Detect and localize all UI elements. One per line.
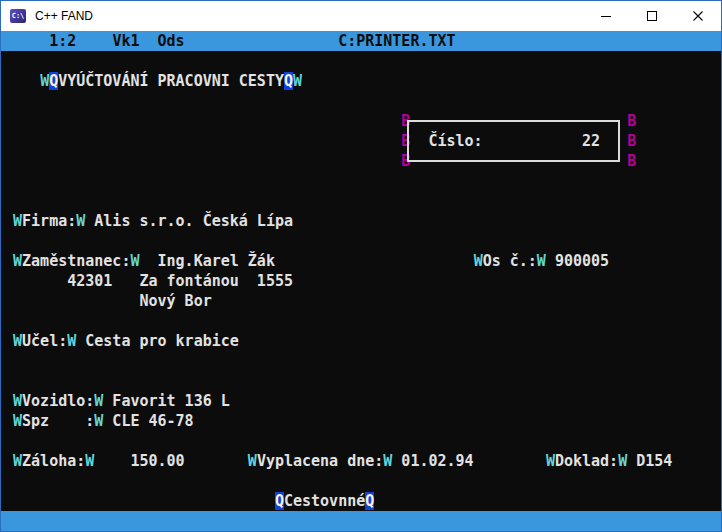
ctrl-char-w: W bbox=[13, 332, 22, 350]
text bbox=[185, 32, 339, 50]
ctrl-char-b: B bbox=[627, 112, 636, 130]
cislo-label: Číslo: bbox=[428, 132, 482, 150]
ctrl-char-w: W bbox=[537, 252, 546, 270]
ctrl-char-q: Q bbox=[49, 72, 58, 90]
ctrl-char-w: W bbox=[13, 252, 22, 270]
ctrl-char-b: B bbox=[627, 132, 636, 150]
caption-buttons bbox=[583, 1, 721, 31]
maximize-icon bbox=[647, 11, 657, 21]
text bbox=[4, 492, 275, 510]
maximize-button[interactable] bbox=[629, 1, 675, 31]
text bbox=[4, 72, 40, 90]
ctrl-char-w: W bbox=[293, 72, 302, 90]
zamestnanec-street: Za fontánou 1555 bbox=[139, 272, 293, 290]
ucel-label: Učel: bbox=[22, 332, 67, 350]
text bbox=[4, 212, 13, 230]
text bbox=[4, 132, 401, 150]
window-title: C++ FAND bbox=[35, 9, 93, 23]
ctrl-char-w: W bbox=[13, 212, 22, 230]
console-row-11: WZaměstnanec:W Ing.Karel Žák WOs č.:W 90… bbox=[1, 251, 721, 271]
text bbox=[4, 392, 13, 410]
text bbox=[275, 252, 474, 270]
console-row-20 bbox=[1, 431, 721, 451]
console-row-19: WSpz :W CLE 46-78 bbox=[1, 411, 721, 431]
ctrl-char-w: W bbox=[85, 452, 94, 470]
console-row-23: QCestovnnéQ bbox=[1, 491, 721, 511]
ctrl-char-w: W bbox=[13, 412, 22, 430]
text bbox=[4, 412, 13, 430]
ctrl-char-w: W bbox=[383, 452, 392, 470]
ctrl-char-w: W bbox=[94, 392, 103, 410]
doklad-label: Doklad: bbox=[555, 452, 618, 470]
spz-label: Spz : bbox=[22, 412, 94, 430]
minimize-icon bbox=[601, 16, 611, 17]
text bbox=[185, 452, 248, 470]
console-row-3 bbox=[1, 91, 721, 111]
console-screen[interactable]: 1:2 Vk1 Ods C:PRINTER.TXT WQVYÚČTOVÁNÍ P… bbox=[1, 31, 721, 531]
text bbox=[4, 252, 13, 270]
text bbox=[410, 112, 627, 130]
console-row-17 bbox=[1, 371, 721, 391]
window-titlebar[interactable]: C:\ C++ FAND bbox=[1, 1, 721, 31]
doklad-value: D154 bbox=[627, 452, 672, 470]
text bbox=[4, 112, 401, 130]
record-position: 1:2 bbox=[49, 32, 76, 50]
console-row-9: WFirma:W Alis s.r.o. Česká Lípa bbox=[1, 211, 721, 231]
console-app-icon[interactable]: C:\ bbox=[10, 9, 26, 23]
text bbox=[112, 272, 139, 290]
text bbox=[4, 152, 401, 170]
console-row-8 bbox=[1, 191, 721, 211]
text bbox=[139, 32, 157, 50]
ctrl-char-w: W bbox=[474, 252, 483, 270]
status-ods: Ods bbox=[158, 32, 185, 50]
console-row-2: WQVYÚČTOVÁNÍ PRACOVNI CESTYQW bbox=[1, 71, 721, 91]
console-row-1 bbox=[1, 51, 721, 71]
vozidlo-value: Favorit 136 L bbox=[103, 392, 229, 410]
text bbox=[76, 32, 112, 50]
cislo-value: 22 bbox=[582, 132, 600, 150]
vyplacena-dne-label: Vyplacena dne: bbox=[257, 452, 383, 470]
zamestnanec-psc: 42301 bbox=[67, 272, 112, 290]
vozidlo-label: Vozidlo: bbox=[22, 392, 94, 410]
zamestnanec-value: Ing.Karel Žák bbox=[139, 252, 274, 270]
text bbox=[483, 132, 582, 150]
ctrl-char-w: W bbox=[40, 72, 49, 90]
ctrl-char-q: Q bbox=[275, 492, 284, 510]
ctrl-char-q: Q bbox=[365, 492, 374, 510]
text bbox=[4, 32, 49, 50]
footer-title: Cestovnné bbox=[284, 492, 365, 510]
minimize-button[interactable] bbox=[583, 1, 629, 31]
console-row-16 bbox=[1, 351, 721, 371]
ctrl-char-w: W bbox=[13, 452, 22, 470]
os-cislo-label: Os č.: bbox=[483, 252, 537, 270]
os-cislo-value: 900005 bbox=[546, 252, 609, 270]
console-row-10 bbox=[1, 231, 721, 251]
console-row-4: B B bbox=[1, 111, 721, 131]
ctrl-char-w: W bbox=[546, 452, 555, 470]
console-row-14 bbox=[1, 311, 721, 331]
file-path: C:PRINTER.TXT bbox=[338, 32, 455, 50]
ctrl-char-w: W bbox=[13, 392, 22, 410]
console-row-7 bbox=[1, 171, 721, 191]
ctrl-char-w: W bbox=[248, 452, 257, 470]
spz-value: CLE 46-78 bbox=[103, 412, 193, 430]
zamestnanec-label: Zaměstnanec: bbox=[22, 252, 130, 270]
text bbox=[4, 292, 139, 310]
console-row-18: WVozidlo:W Favorit 136 L bbox=[1, 391, 721, 411]
firma-label: Firma: bbox=[22, 212, 76, 230]
ctrl-char-w: W bbox=[67, 332, 76, 350]
ctrl-char-w: W bbox=[76, 212, 85, 230]
close-button[interactable] bbox=[675, 1, 721, 31]
text bbox=[4, 272, 67, 290]
console-row-12: 42301 Za fontánou 1555 bbox=[1, 271, 721, 291]
console-row-0: 1:2 Vk1 Ods C:PRINTER.TXT bbox=[1, 31, 721, 51]
firma-value: Alis s.r.o. Česká Lípa bbox=[85, 212, 293, 230]
zamestnanec-city: Nový Bor bbox=[139, 292, 211, 310]
console-row-6: B B bbox=[1, 151, 721, 171]
close-icon bbox=[693, 11, 703, 21]
console-row-13: Nový Bor bbox=[1, 291, 721, 311]
form-title: VYÚČTOVÁNÍ PRACOVNI CESTY bbox=[58, 72, 284, 90]
ctrl-char-w: W bbox=[618, 452, 627, 470]
ctrl-char-w: W bbox=[94, 412, 103, 430]
text bbox=[410, 132, 428, 150]
